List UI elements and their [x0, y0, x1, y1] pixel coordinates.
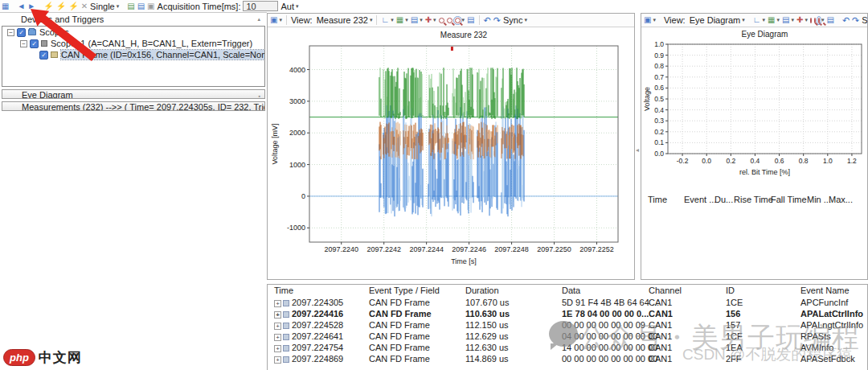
table-row[interactable]: +2097.224641CAN FD Frame112.629 us04 00 …: [268, 331, 867, 342]
eye-result-column-header[interactable]: Fall Time: [771, 195, 807, 204]
undo-icon[interactable]: ↶: [842, 16, 850, 24]
zoom-window-icon[interactable]: [818, 18, 820, 23]
grid-options-icon[interactable]: ▦: [396, 16, 403, 24]
zoom-out-icon[interactable]: [447, 18, 452, 23]
column-header[interactable]: ID: [726, 286, 735, 295]
axes-setup-icon[interactable]: ∟: [753, 16, 761, 24]
zoom-in-icon[interactable]: [439, 18, 444, 23]
expand-row-icon[interactable]: +: [274, 356, 281, 364]
tree-item-label[interactable]: Scope_1 (A=CAN1_H, B=CAN1_L, Extern=Trig…: [51, 39, 252, 48]
checkbox-checked-icon[interactable]: ✓: [17, 28, 26, 37]
chevron-down-icon[interactable]: ▾: [405, 16, 408, 24]
tree-item-scope1[interactable]: − ✓ Scope_1 (A=CAN1_H, B=CAN1_L, Extern=…: [2, 38, 264, 49]
restore-view-icon[interactable]: ▣: [270, 16, 277, 24]
column-header[interactable]: Time: [274, 286, 293, 295]
copy-view-icon[interactable]: ▤: [826, 16, 833, 24]
section-marker-icon[interactable]: ▪: [259, 104, 260, 111]
chevron-down-icon[interactable]: ▾: [296, 2, 299, 10]
table-row[interactable]: +2097.224754CAN FD Frame112.630 us14 00 …: [268, 342, 867, 353]
column-header[interactable]: Data: [562, 286, 580, 295]
table-row[interactable]: +2097.224305CAN FD Frame107.670 us5D 91 …: [268, 297, 867, 308]
view-select[interactable]: Measure 232: [317, 15, 368, 25]
chevron-down-icon[interactable]: ▾: [777, 16, 780, 24]
eye-result-column-header[interactable]: Event ...: [684, 195, 716, 204]
devices-panel-header[interactable]: Devices and Triggers ▴: [2, 14, 265, 25]
chevron-down-icon[interactable]: ▾: [433, 16, 436, 24]
eye-result-column-header[interactable]: Rise Time: [734, 195, 773, 204]
chevron-down-icon[interactable]: ▾: [524, 16, 527, 24]
next-measurement-icon[interactable]: ►: [27, 2, 35, 10]
expand-row-icon[interactable]: +: [274, 323, 281, 330]
sync-button[interactable]: Sync: [503, 15, 522, 25]
collapse-expander-icon[interactable]: −: [7, 29, 14, 36]
axes-setup-icon[interactable]: ∟: [381, 16, 389, 24]
collapse-icon[interactable]: ▴: [257, 16, 260, 23]
chevron-down-icon[interactable]: ▾: [391, 16, 394, 24]
column-header[interactable]: Channel: [649, 286, 682, 295]
chevron-down-icon[interactable]: ▾: [117, 2, 120, 10]
tree-item-label[interactable]: CAN Frame (ID=0x156, Channel=CAN1, Scale…: [61, 50, 265, 60]
zoom-out-icon[interactable]: [814, 18, 816, 23]
zoom-window-icon[interactable]: [455, 18, 461, 23]
auto-mode-select[interactable]: Aut: [280, 2, 294, 11]
redo-icon[interactable]: ↷: [493, 16, 501, 24]
force-trigger-icon[interactable]: ⚡: [68, 2, 78, 10]
trigger-mode-select[interactable]: Single: [90, 2, 115, 11]
sync-button[interactable]: Sync: [862, 15, 867, 25]
column-header[interactable]: Duration: [465, 286, 499, 295]
splitter-handle[interactable]: ◂: [636, 146, 639, 154]
section-marker-icon[interactable]: ▪: [259, 92, 260, 99]
eye-result-column-header[interactable]: Min ...: [807, 195, 831, 204]
tree-item-scopes[interactable]: − ✓ Scopes: [2, 27, 264, 38]
export-image-icon[interactable]: ▤: [411, 16, 418, 24]
column-header[interactable]: Event Name: [800, 286, 850, 295]
redo-icon[interactable]: ↷: [852, 16, 859, 24]
chevron-down-icon[interactable]: ▾: [653, 16, 656, 24]
view-select[interactable]: Eye Diagram: [690, 15, 741, 25]
acquisition-time-input[interactable]: [243, 1, 278, 11]
load-data-icon[interactable]: ▤: [137, 2, 145, 10]
expand-row-icon[interactable]: +: [274, 334, 281, 341]
abort-icon[interactable]: ✕: [81, 2, 88, 10]
measurements-section-bar[interactable]: Measurements (232) -->> ( Time= 2097.224…: [2, 101, 265, 111]
eye-diagram-chart[interactable]: Eye Diagram-0.20.00.20.40.60.81.01.20.00…: [641, 28, 867, 195]
zoom-in-icon[interactable]: [810, 18, 812, 23]
expand-row-icon[interactable]: +: [274, 300, 281, 307]
tree-item-label[interactable]: Scopes: [39, 27, 69, 37]
start-trigger-icon[interactable]: ⚡: [43, 2, 53, 10]
copy-view-icon[interactable]: ▤: [467, 16, 474, 24]
expand-row-icon[interactable]: +: [274, 345, 281, 352]
eye-diagram-section-bar[interactable]: Eye Diagram ▪: [2, 89, 265, 99]
cursor-crosshair-icon[interactable]: ✚: [796, 16, 803, 24]
cursor-crosshair-icon[interactable]: ✚: [425, 16, 432, 24]
chevron-down-icon[interactable]: ▾: [279, 16, 282, 24]
chevron-down-icon[interactable]: ▾: [370, 16, 373, 24]
export-image-icon[interactable]: ▤: [782, 16, 789, 24]
settings-icon[interactable]: ▣: [147, 2, 154, 10]
grid-options-icon[interactable]: ▦: [768, 16, 775, 24]
chevron-down-icon[interactable]: ▾: [792, 16, 795, 24]
stop-trigger-icon[interactable]: ⚡: [56, 2, 66, 10]
collapse-expander-icon[interactable]: −: [20, 40, 27, 47]
chevron-down-icon[interactable]: ▾: [420, 16, 423, 24]
table-row[interactable]: +2097.224869CAN FD Frame114.869 us00 00 …: [268, 353, 867, 364]
eye-result-column-header[interactable]: Time: [648, 195, 667, 204]
windows-layout-icon[interactable]: ▦: [2, 2, 9, 10]
restore-view-icon[interactable]: ▣: [644, 16, 651, 24]
chevron-down-icon[interactable]: ▾: [742, 16, 745, 24]
expand-row-icon[interactable]: +: [274, 311, 281, 319]
column-header[interactable]: Event Type / Field: [369, 286, 440, 295]
eye-result-column-header[interactable]: Max...: [829, 195, 853, 204]
eye-result-column-header[interactable]: Du...: [714, 195, 733, 204]
table-row[interactable]: +2097.224416CAN FD Frame110.630 us1E 78 …: [268, 308, 867, 319]
checkbox-checked-icon[interactable]: ✓: [39, 51, 48, 60]
undo-icon[interactable]: ↶: [484, 16, 491, 24]
chevron-down-icon[interactable]: ▾: [805, 16, 808, 24]
measure-chart[interactable]: Measure 2322097.22402097.22422097.224420…: [268, 28, 634, 281]
chevron-down-icon[interactable]: ▾: [462, 16, 465, 24]
checkbox-checked-icon[interactable]: ✓: [30, 39, 39, 48]
table-row[interactable]: +2097.224528CAN FD Frame112.150 us00 00 …: [268, 319, 867, 331]
export-data-icon[interactable]: ▤: [127, 2, 134, 10]
chevron-down-icon[interactable]: ▾: [763, 16, 766, 24]
tree-item-can-frame[interactable]: ✓ CAN Frame (ID=0x156, Channel=CAN1, Sca…: [2, 49, 264, 60]
